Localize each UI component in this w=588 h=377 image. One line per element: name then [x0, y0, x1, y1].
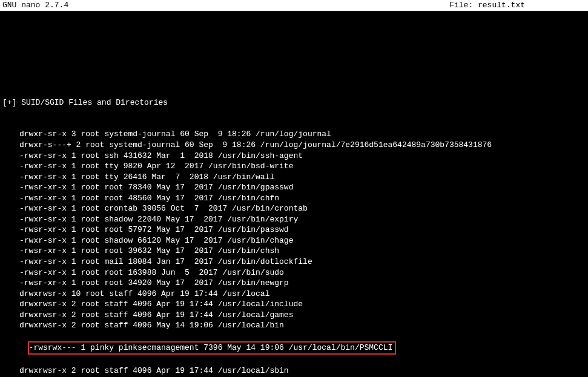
blank-line: [2, 66, 588, 76]
file-row: -rwxr-sr-x 1 root shadow 66120 May 17 20…: [2, 235, 588, 246]
file-row: -rwsr-xr-x 1 root root 34920 May 17 2017…: [2, 278, 588, 289]
file-row: -rwsr-xr-x 1 root root 48560 May 17 2017…: [2, 193, 588, 204]
file-row: -rwsr-xr-x 1 root root 78340 May 17 2017…: [2, 182, 588, 193]
file-row: -rwsr-xr-x 1 root root 39632 May 17 2017…: [2, 246, 588, 257]
file-row: drwxr-s---+ 2 root systemd-journal 60 Se…: [2, 140, 588, 151]
file-row: -rwsr-xr-x 1 root root 163988 Jun 5 2017…: [2, 267, 588, 278]
file-row: drwxrwsr-x 10 root staff 4096 Apr 19 17:…: [2, 289, 588, 300]
file-row: -rwxr-sr-x 1 root shadow 22040 May 17 20…: [2, 214, 588, 225]
highlighted-row: -rwsrwx--- 1 pinky pinksecmanagement 739…: [28, 341, 397, 355]
file-row: drwxr-sr-x 3 root systemd-journal 60 Sep…: [2, 129, 588, 140]
file-row: -rwsr-xr-x 1 root root 57972 May 17 2017…: [2, 225, 588, 235]
file-row: -rwxr-sr-x 1 root ssh 431632 Mar 1 2018 …: [2, 151, 588, 162]
file-row: drwxrwsr-x 2 root staff 4096 Apr 19 17:4…: [2, 299, 588, 310]
blank-line: [2, 34, 588, 45]
file-name: File: result.txt: [68, 0, 586, 11]
section-header: [+] SUID/SGID Files and Directories: [2, 97, 588, 108]
file-row: -rwxr-sr-x 1 root tty 26416 Mar 7 2018 /…: [2, 172, 588, 183]
file-row: drwxrwsr-x 2 root staff 4096 May 14 19:0…: [2, 320, 588, 331]
file-row: -rwxr-sr-x 1 root tty 9820 Apr 12 2017 /…: [2, 161, 588, 172]
file-row: drwxrwsr-x 2 root staff 4096 Apr 19 17:4…: [2, 310, 588, 321]
app-name: GNU nano 2.7.4: [2, 0, 68, 11]
file-row: drwxrwsr-x 2 root staff 4096 Apr 19 17:4…: [2, 366, 588, 376]
editor-content[interactable]: [+] SUID/SGID Files and Directories drwx…: [0, 11, 588, 377]
title-bar: GNU nano 2.7.4 File: result.txt: [0, 0, 588, 11]
file-row: -rwxr-sr-x 1 root mail 18084 Jan 17 2017…: [2, 257, 588, 267]
file-row: -rwxr-sr-x 1 root crontab 39056 Oct 7 20…: [2, 203, 588, 214]
